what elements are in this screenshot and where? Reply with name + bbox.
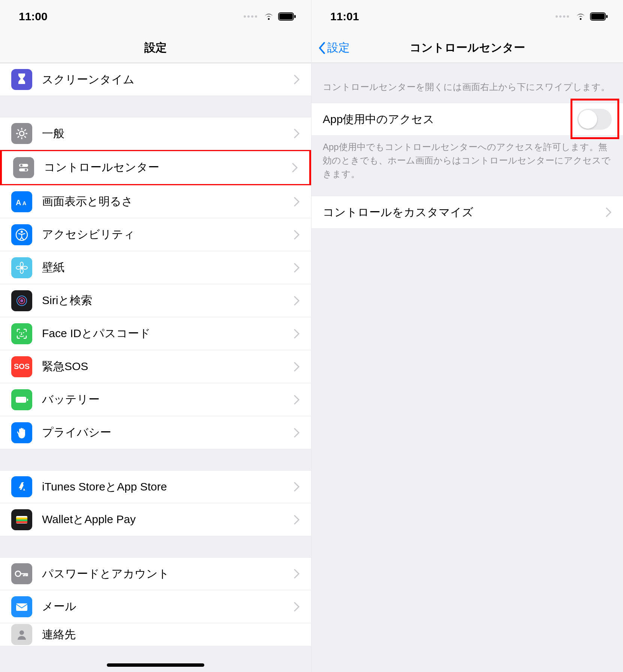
chevron-left-icon [317, 41, 326, 55]
chevron-right-icon [294, 75, 300, 84]
row-mail[interactable]: メール [0, 590, 311, 623]
row-access-in-apps[interactable]: App使用中のアクセス [312, 103, 623, 136]
row-sos[interactable]: SOS 緊急SOS [0, 350, 311, 383]
accessibility-icon [11, 224, 32, 245]
svg-rect-2 [294, 15, 296, 18]
row-general[interactable]: 一般 [0, 117, 311, 150]
row-display[interactable]: AA 画面表示と明るさ [0, 185, 311, 218]
back-button[interactable]: 設定 [317, 40, 350, 56]
row-itunes[interactable]: iTunes StoreとApp Store [0, 470, 311, 503]
svg-rect-37 [16, 603, 27, 611]
svg-point-15 [25, 169, 27, 171]
nav-header: 設定 コントロールセンター [312, 33, 623, 63]
row-wallet[interactable]: WalletとApple Pay [0, 503, 311, 536]
intro-text: コントロールセンターを開くには画面右上から下にスワイプします。 [312, 63, 623, 103]
row-label: 緊急SOS [42, 359, 294, 374]
chevron-right-icon [294, 230, 300, 240]
svg-line-10 [24, 129, 26, 131]
svg-rect-30 [16, 397, 26, 403]
contacts-icon [11, 624, 32, 645]
nav-title: 設定 [144, 40, 167, 56]
svg-point-28 [19, 332, 21, 333]
svg-rect-33 [16, 518, 27, 519]
mail-icon [11, 596, 32, 617]
appstore-icon [11, 476, 32, 497]
row-privacy[interactable]: プライバシー [0, 416, 311, 449]
wifi-icon [263, 12, 274, 21]
siri-icon [11, 290, 32, 311]
chevron-right-icon [294, 602, 300, 612]
flower-icon [11, 257, 32, 278]
row-siri[interactable]: Siriと検索 [0, 284, 311, 317]
toggle-knob [578, 110, 597, 129]
svg-point-29 [23, 332, 24, 333]
chevron-right-icon [294, 569, 300, 579]
row-label: iTunes StoreとApp Store [42, 479, 294, 495]
status-bar: 11:00 [0, 0, 311, 33]
sos-icon: SOS [11, 356, 32, 377]
control-center-screen: 11:01 設定 コントロールセンター コントロールセンターを開くには画面右上か… [312, 0, 623, 672]
svg-line-11 [18, 136, 19, 138]
row-label: アクセシビリティ [42, 227, 294, 242]
row-label: Siriと検索 [42, 293, 294, 308]
wallet-icon [11, 509, 32, 530]
chevron-right-icon [294, 428, 300, 438]
row-accessibility[interactable]: アクセシビリティ [0, 218, 311, 251]
row-label: WalletとApple Pay [42, 512, 294, 527]
status-right [556, 12, 608, 21]
settings-list[interactable]: スクリーンタイム 一般 コントロールセンター AA 画面表示 [0, 63, 311, 672]
toggles-icon [13, 157, 34, 178]
row-faceid[interactable]: Face IDとパスコード [0, 317, 311, 350]
row-screen-time[interactable]: スクリーンタイム [0, 63, 311, 96]
row-contacts[interactable]: 連絡先 [0, 623, 311, 646]
chevron-right-icon [294, 129, 300, 138]
svg-text:A: A [22, 200, 26, 206]
svg-point-38 [19, 630, 24, 635]
access-footer-text: App使用中でもコントロールセンターへのアクセスを許可します。無効のときでも、ホ… [312, 136, 623, 186]
svg-line-8 [18, 129, 19, 131]
row-passwords[interactable]: パスワードとアカウント [0, 557, 311, 590]
chevron-right-icon [294, 263, 300, 273]
status-time: 11:00 [19, 10, 48, 23]
chevron-right-icon [294, 515, 300, 525]
svg-point-24 [23, 266, 27, 269]
svg-rect-1 [279, 14, 293, 20]
row-wallpaper[interactable]: 壁紙 [0, 251, 311, 284]
row-label: バッテリー [42, 392, 294, 407]
chevron-right-icon [294, 482, 300, 492]
home-indicator[interactable] [107, 663, 204, 667]
svg-rect-41 [606, 15, 608, 18]
svg-point-23 [16, 266, 21, 269]
row-control-center[interactable]: コントロールセンター [2, 151, 309, 184]
svg-point-21 [20, 262, 23, 267]
nav-title: コントロールセンター [410, 40, 525, 56]
row-label: スクリーンタイム [42, 72, 294, 87]
settings-screen: 11:00 設定 スクリーンタイム 一般 [0, 0, 312, 672]
row-battery[interactable]: バッテリー [0, 383, 311, 416]
svg-rect-31 [27, 399, 28, 401]
nav-header: 設定 [0, 33, 311, 63]
chevron-right-icon [294, 395, 300, 405]
chevron-right-icon [292, 163, 298, 172]
sos-text: SOS [14, 362, 30, 371]
svg-point-19 [21, 231, 23, 233]
access-toggle[interactable] [577, 109, 612, 130]
text-size-icon: AA [11, 191, 32, 212]
chevron-right-icon [294, 296, 300, 306]
chevron-right-icon [294, 362, 300, 372]
chevron-right-icon [294, 197, 300, 207]
status-time: 11:01 [330, 10, 359, 23]
svg-rect-34 [16, 519, 27, 521]
battery-icon [278, 12, 296, 21]
svg-point-3 [19, 131, 24, 136]
hourglass-icon [11, 69, 32, 90]
row-label: メール [42, 599, 294, 614]
svg-line-9 [24, 136, 26, 138]
key-icon [11, 563, 32, 584]
row-label: 一般 [42, 126, 294, 141]
battery-icon [590, 12, 608, 21]
page-dots-icon [556, 15, 569, 18]
row-customize-controls[interactable]: コントロールをカスタマイズ [312, 196, 623, 229]
row-label: 壁紙 [42, 260, 294, 275]
hand-icon [11, 422, 32, 443]
